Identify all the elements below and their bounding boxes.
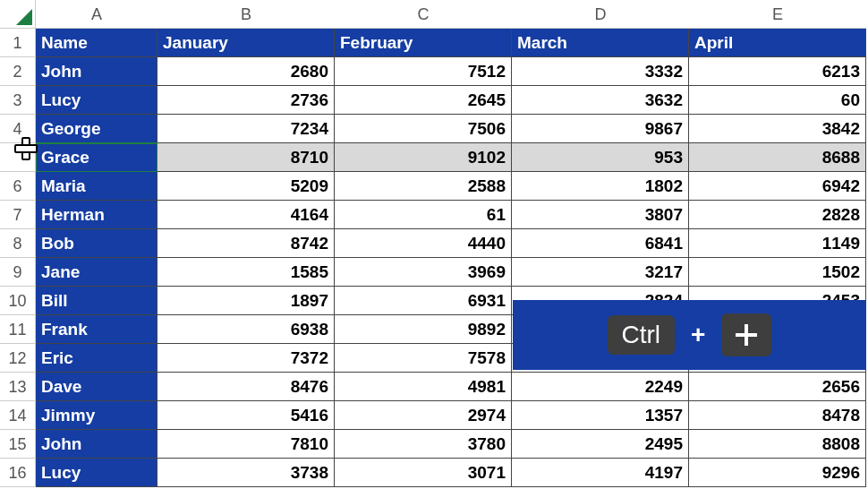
cell-D1[interactable]: March	[512, 29, 689, 57]
cell-B7[interactable]: 4164	[157, 201, 335, 229]
cell-C5[interactable]: 9102	[335, 143, 512, 172]
col-header-D[interactable]: D	[512, 0, 689, 29]
cell-B3[interactable]: 2736	[157, 86, 335, 115]
col-header-E[interactable]: E	[689, 0, 866, 29]
cell-A1[interactable]: Name	[36, 29, 157, 57]
cell-E7[interactable]: 2828	[689, 201, 866, 229]
cell-A6[interactable]: Maria	[36, 172, 157, 201]
cell-B14[interactable]: 5416	[157, 401, 335, 430]
cell-C14[interactable]: 2974	[335, 401, 512, 430]
cell-B10[interactable]: 1897	[157, 287, 335, 315]
cell-E14[interactable]: 8478	[689, 401, 866, 430]
cell-E4[interactable]: 3842	[689, 115, 866, 143]
cell-B11[interactable]: 6938	[157, 315, 335, 344]
row-header-1[interactable]: 1	[0, 29, 36, 57]
cell-C4[interactable]: 7506	[335, 115, 512, 143]
cell-D8[interactable]: 6841	[512, 229, 689, 258]
cell-C12[interactable]: 7578	[335, 344, 512, 373]
row-header-6[interactable]: 6	[0, 172, 36, 201]
spreadsheet[interactable]: A B C D E 1 Name January February March …	[0, 0, 868, 487]
cell-B13[interactable]: 8476	[157, 373, 335, 401]
cell-B1[interactable]: January	[157, 29, 335, 57]
row-header-7[interactable]: 7	[0, 201, 36, 229]
cell-A5[interactable]: Grace	[36, 143, 157, 172]
cell-B12[interactable]: 7372	[157, 344, 335, 373]
cell-D5[interactable]: 953	[512, 143, 689, 172]
cell-C16[interactable]: 3071	[335, 459, 512, 487]
col-header-A[interactable]: A	[36, 0, 157, 29]
row-header-9[interactable]: 9	[0, 258, 36, 287]
cell-A2[interactable]: John	[36, 57, 157, 86]
cell-A12[interactable]: Eric	[36, 344, 157, 373]
cell-A3[interactable]: Lucy	[36, 86, 157, 115]
cell-C1[interactable]: February	[335, 29, 512, 57]
cell-E1[interactable]: April	[689, 29, 866, 57]
cell-E5[interactable]: 8688	[689, 143, 866, 172]
cell-A4[interactable]: George	[36, 115, 157, 143]
cell-D13[interactable]: 2249	[512, 373, 689, 401]
cell-C3[interactable]: 2645	[335, 86, 512, 115]
row-header-8[interactable]: 8	[0, 229, 36, 258]
cell-D4[interactable]: 9867	[512, 115, 689, 143]
cell-D2[interactable]: 3332	[512, 57, 689, 86]
cell-C13[interactable]: 4981	[335, 373, 512, 401]
row-header-10[interactable]: 10	[0, 287, 36, 315]
col-header-C[interactable]: C	[335, 0, 512, 29]
select-all-corner[interactable]	[0, 0, 36, 29]
row-header-13[interactable]: 13	[0, 373, 36, 401]
plus-key	[721, 313, 771, 356]
cell-C2[interactable]: 7512	[335, 57, 512, 86]
cell-E16[interactable]: 9296	[689, 459, 866, 487]
row-header-12[interactable]: 12	[0, 344, 36, 373]
cell-A8[interactable]: Bob	[36, 229, 157, 258]
cell-A9[interactable]: Jane	[36, 258, 157, 287]
cell-E15[interactable]: 8808	[689, 430, 866, 459]
cell-A14[interactable]: Jimmy	[36, 401, 157, 430]
plus-icon	[736, 324, 757, 346]
cell-A7[interactable]: Herman	[36, 201, 157, 229]
cell-A10[interactable]: Bill	[36, 287, 157, 315]
cell-D7[interactable]: 3807	[512, 201, 689, 229]
cell-A15[interactable]: John	[36, 430, 157, 459]
cell-B9[interactable]: 1585	[157, 258, 335, 287]
row-header-11[interactable]: 11	[0, 315, 36, 344]
cell-A13[interactable]: Dave	[36, 373, 157, 401]
cell-C10[interactable]: 6931	[335, 287, 512, 315]
cell-D16[interactable]: 4197	[512, 459, 689, 487]
row-header-14[interactable]: 14	[0, 401, 36, 430]
cell-D9[interactable]: 3217	[512, 258, 689, 287]
cell-B5[interactable]: 8710	[157, 143, 335, 172]
cell-D15[interactable]: 2495	[512, 430, 689, 459]
cell-D3[interactable]: 3632	[512, 86, 689, 115]
cell-B8[interactable]: 8742	[157, 229, 335, 258]
row-header-2[interactable]: 2	[0, 57, 36, 86]
row-header-16[interactable]: 16	[0, 459, 36, 487]
cell-A11[interactable]: Frank	[36, 315, 157, 344]
cell-E9[interactable]: 1502	[689, 258, 866, 287]
cell-B15[interactable]: 7810	[157, 430, 335, 459]
cell-B6[interactable]: 5209	[157, 172, 335, 201]
cell-B2[interactable]: 2680	[157, 57, 335, 86]
cell-E3[interactable]: 60	[689, 86, 866, 115]
cell-E2[interactable]: 6213	[689, 57, 866, 86]
shortcut-hint-overlay: Ctrl +	[513, 300, 866, 370]
row-header-3[interactable]: 3	[0, 86, 36, 115]
cell-C11[interactable]: 9892	[335, 315, 512, 344]
cell-B4[interactable]: 7234	[157, 115, 335, 143]
cell-A16[interactable]: Lucy	[36, 459, 157, 487]
cell-E13[interactable]: 2656	[689, 373, 866, 401]
row-header-5[interactable]	[0, 143, 36, 172]
row-header-15[interactable]: 15	[0, 430, 36, 459]
cell-D6[interactable]: 1802	[512, 172, 689, 201]
cell-D14[interactable]: 1357	[512, 401, 689, 430]
cell-E8[interactable]: 1149	[689, 229, 866, 258]
cell-C6[interactable]: 2588	[335, 172, 512, 201]
cell-C8[interactable]: 4440	[335, 229, 512, 258]
cell-E6[interactable]: 6942	[689, 172, 866, 201]
cell-C15[interactable]: 3780	[335, 430, 512, 459]
cell-C7[interactable]: 61	[335, 201, 512, 229]
col-header-B[interactable]: B	[157, 0, 335, 29]
cell-C9[interactable]: 3969	[335, 258, 512, 287]
cell-B16[interactable]: 3738	[157, 459, 335, 487]
row-header-4[interactable]: 4	[0, 115, 36, 143]
